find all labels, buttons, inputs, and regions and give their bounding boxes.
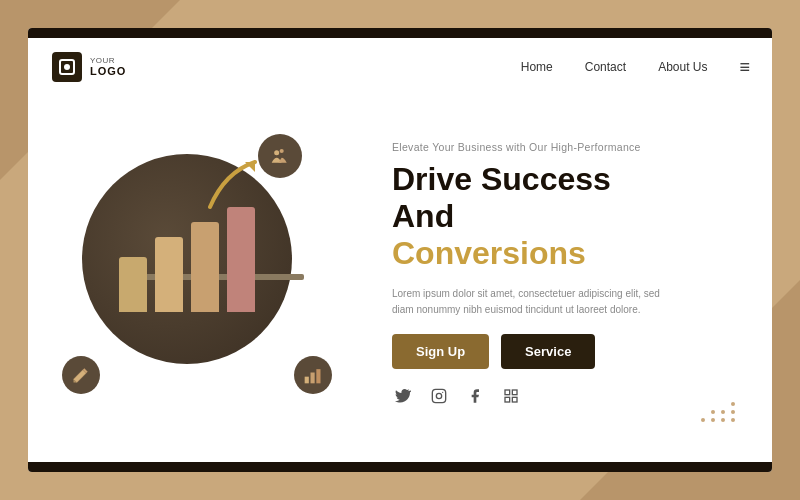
signup-button[interactable]: Sign Up <box>392 334 489 369</box>
bottom-bar <box>28 462 772 472</box>
svg-rect-10 <box>512 390 517 395</box>
bar-1 <box>119 257 147 312</box>
navbar: YOUR LOGO Home Contact About Us ≡ <box>28 38 772 96</box>
dot <box>721 418 725 422</box>
bar-3 <box>191 222 219 312</box>
social-icons <box>392 385 748 407</box>
hero-tagline: Elevate Your Business with Our High-Perf… <box>392 141 748 153</box>
logo-your: YOUR <box>90 57 126 66</box>
top-bar <box>28 28 772 38</box>
bar-4 <box>227 207 255 312</box>
pencil-icon <box>71 365 91 385</box>
page-wrapper: YOUR LOGO Home Contact About Us ≡ <box>0 0 800 500</box>
headline-line2: And <box>392 198 454 234</box>
hero-headline: Drive Success And Conversions <box>392 161 748 271</box>
hero-illustration <box>52 134 372 414</box>
bar-2 <box>155 237 183 312</box>
svg-rect-3 <box>305 377 309 384</box>
logo-icon <box>52 52 82 82</box>
floating-circle-bottom-left <box>62 356 100 394</box>
logo-icon-inner <box>59 59 75 75</box>
hero-body: Lorem ipsum dolor sit amet, consectetuer… <box>392 286 672 318</box>
dot <box>731 418 735 422</box>
hamburger-menu[interactable]: ≡ <box>739 57 748 78</box>
dot <box>701 418 705 422</box>
logo-text: YOUR LOGO <box>90 57 126 78</box>
svg-point-1 <box>280 149 284 153</box>
hero-section: Elevate Your Business with Our High-Perf… <box>28 96 772 462</box>
svg-rect-4 <box>311 373 315 384</box>
svg-rect-12 <box>512 397 517 402</box>
bar-chart <box>119 207 255 312</box>
dot <box>731 410 735 414</box>
dot <box>721 410 725 414</box>
facebook-icon[interactable] <box>464 385 486 407</box>
svg-rect-11 <box>505 397 510 402</box>
instagram-icon[interactable] <box>428 385 450 407</box>
svg-point-8 <box>442 391 443 392</box>
dot <box>711 418 715 422</box>
logo-area: YOUR LOGO <box>52 52 126 82</box>
card-content: YOUR LOGO Home Contact About Us ≡ <box>28 38 772 462</box>
logo-name: LOGO <box>90 65 126 77</box>
dots-decoration <box>701 402 737 422</box>
nav-home[interactable]: Home <box>521 60 553 74</box>
headline-line1: Drive Success <box>392 161 611 197</box>
hero-content: Elevate Your Business with Our High-Perf… <box>372 141 748 406</box>
nav-about[interactable]: About Us <box>658 60 707 74</box>
grid-icon[interactable] <box>500 385 522 407</box>
cta-buttons: Sign Up Service <box>392 334 748 369</box>
dot <box>711 410 715 414</box>
svg-rect-5 <box>316 369 320 383</box>
hero-circle <box>82 154 292 364</box>
twitter-icon[interactable] <box>392 385 414 407</box>
nav-contact[interactable]: Contact <box>585 60 626 74</box>
svg-rect-9 <box>505 390 510 395</box>
main-card: YOUR LOGO Home Contact About Us ≡ <box>28 28 772 472</box>
svg-point-7 <box>436 393 441 398</box>
floating-circle-bottom-right <box>294 356 332 394</box>
mini-chart-icon <box>303 365 323 385</box>
dot <box>731 402 735 406</box>
headline-accent: Conversions <box>392 235 586 271</box>
nav-links: Home Contact About Us ≡ <box>521 57 748 78</box>
svg-rect-6 <box>432 389 445 402</box>
service-button[interactable]: Service <box>501 334 595 369</box>
